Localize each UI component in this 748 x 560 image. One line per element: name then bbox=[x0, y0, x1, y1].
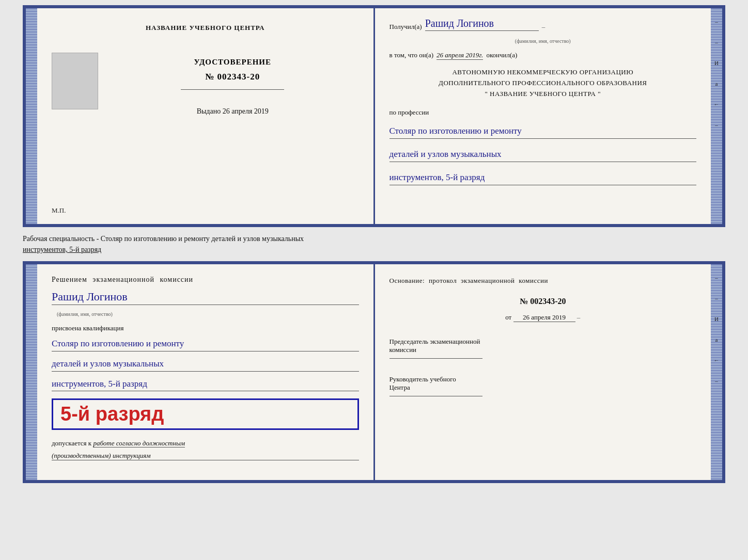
date-line: в том, что он(а) 26 апреля 2019г. окончи… bbox=[389, 51, 697, 60]
ot-date-line: от 26 апреля 2019 – bbox=[389, 313, 697, 322]
допуск-italic: работе согласно должностным bbox=[93, 439, 185, 447]
cert-center-info: УДОСТОВЕРЕНИЕ № 002343-20 Выдано 26 апре… bbox=[106, 53, 359, 116]
finished-label: окончил(а) bbox=[486, 51, 517, 59]
komissia-title: Решением экзаменационной комиссии bbox=[52, 276, 359, 284]
org-line2: ДОПОЛНИТЕЛЬНОГО ПРОФЕССИОНАЛЬНОГО ОБРАЗО… bbox=[389, 78, 697, 89]
cert-divider bbox=[181, 89, 284, 90]
chairman-block: Председатель экзаменационной комиссии bbox=[389, 338, 697, 360]
received-prefix: Получил(а) bbox=[389, 23, 422, 31]
cert-box: УДОСТОВЕРЕНИЕ № 002343-20 Выдано 26 апре… bbox=[52, 53, 359, 116]
org-line3: " НАЗВАНИЕ УЧЕБНОГО ЦЕНТРА " bbox=[389, 89, 697, 100]
cert-photo bbox=[52, 53, 98, 109]
right-spine-bottom: – – И а ← – bbox=[711, 264, 722, 480]
qual-line3: инструментов, 5-й разряд bbox=[52, 378, 359, 392]
assigned-label: присвоена квалификация bbox=[52, 324, 359, 332]
ot-label: от bbox=[505, 313, 511, 321]
chairman-sign-line bbox=[389, 358, 482, 359]
between-text-main: Рабочая специальность - Столяр по изгото… bbox=[23, 235, 304, 243]
director-title: Руководитель учебного bbox=[389, 375, 697, 383]
profession-line3: инструментов, 5-й разряд bbox=[389, 171, 697, 185]
director-title2: Центра bbox=[389, 383, 697, 392]
допуск-italic2: (производственным) инструкциям bbox=[52, 452, 359, 460]
bottom-left-spine bbox=[26, 264, 37, 480]
ot-date: 26 апреля 2019 bbox=[513, 313, 575, 322]
org-block: АВТОНОМНУЮ НЕКОММЕРЧЕСКУЮ ОРГАНИЗАЦИЮ ДО… bbox=[389, 67, 697, 99]
between-text-underlined: инструментов, 5-й разряд bbox=[23, 246, 101, 253]
protocol-number: № 002343-20 bbox=[389, 297, 697, 306]
bottom-fio-label: (фамилия, имя, отчество) bbox=[57, 311, 359, 317]
bottom-document-spread: Решением экзаменационной комиссии Рашид … bbox=[23, 261, 725, 483]
in-that-prefix: в том, что он(а) bbox=[389, 51, 434, 59]
допуск-prefix: допускается к bbox=[52, 439, 91, 447]
qual-line2: деталей и узлов музыкальных bbox=[52, 358, 359, 372]
qual-line1: Столяр по изготовлению и ремонту bbox=[52, 338, 359, 351]
cert-label: УДОСТОВЕРЕНИЕ bbox=[194, 58, 272, 67]
profession-line1: Столяр по изготовлению и ремонту bbox=[389, 125, 697, 139]
profession-line2: деталей и узлов музыкальных bbox=[389, 148, 697, 162]
between-label: Рабочая специальность - Столяр по изгото… bbox=[23, 231, 725, 257]
left-spine bbox=[26, 8, 37, 224]
bottom-right-page: Основание: протокол экзаменационной коми… bbox=[375, 264, 711, 480]
recipient-name: Рашид Логинов bbox=[425, 18, 539, 31]
big-grade-box: 5-й разряд bbox=[52, 398, 359, 430]
right-spine-top: – – И а ← – bbox=[711, 8, 722, 224]
chairman-title: Председатель экзаменационной bbox=[389, 338, 697, 346]
top-document-spread: НАЗВАНИЕ УЧЕБНОГО ЦЕНТРА УДОСТОВЕРЕНИЕ №… bbox=[23, 5, 725, 227]
top-right-page: Получил(а) Рашид Логинов – (фамилия, имя… bbox=[375, 8, 711, 224]
допуск-line: допускается к работе согласно должностны… bbox=[52, 439, 359, 447]
bottom-recipient-name: Рашид Логинов bbox=[52, 290, 359, 305]
mp-label: М.П. bbox=[52, 206, 66, 215]
osnov-label: Основание: протокол экзаменационной коми… bbox=[389, 276, 697, 286]
recipient-line: Получил(а) Рашид Логинов – bbox=[389, 18, 697, 31]
dash: – bbox=[542, 23, 546, 31]
bottom-left-page: Решением экзаменационной комиссии Рашид … bbox=[37, 264, 375, 480]
chairman-title2: комиссии bbox=[389, 346, 697, 354]
profession-label: по профессии bbox=[389, 108, 697, 117]
cert-issued: Выдано 26 апреля 2019 bbox=[197, 107, 269, 116]
org-line1: АВТОНОМНУЮ НЕКОММЕРЧЕСКУЮ ОРГАНИЗАЦИЮ bbox=[389, 67, 697, 78]
fio-label-top: (фамилия, имя, отчество) bbox=[389, 38, 697, 44]
cert-number: № 002343-20 bbox=[205, 72, 260, 82]
director-block: Руководитель учебного Центра bbox=[389, 375, 697, 397]
big-grade-text: 5-й разряд bbox=[60, 403, 164, 425]
date-value: 26 апреля 2019г. bbox=[437, 51, 483, 60]
top-left-page: НАЗВАНИЕ УЧЕБНОГО ЦЕНТРА УДОСТОВЕРЕНИЕ №… bbox=[37, 8, 375, 224]
top-left-title: НАЗВАНИЕ УЧЕБНОГО ЦЕНТРА bbox=[146, 24, 265, 32]
director-sign-line bbox=[389, 396, 482, 396]
